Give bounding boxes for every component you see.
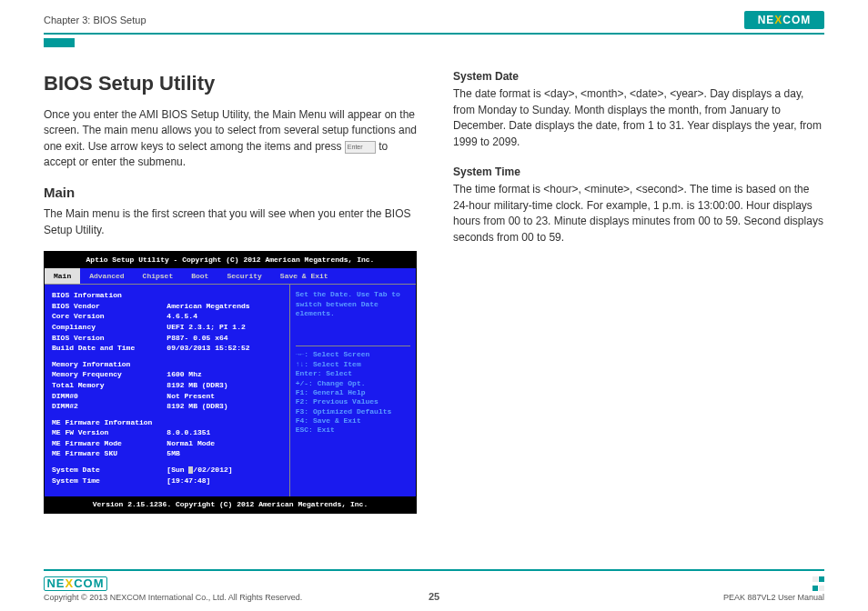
bios-system-time-value: [19:47:48] (167, 476, 281, 486)
logo-top: NEXCOM (744, 11, 824, 29)
copyright-text: Copyright © 2013 NEXCOM International Co… (44, 593, 302, 602)
bios-system-time-label: System Time (52, 476, 167, 486)
main-text: The Main menu is the first screen that y… (44, 206, 417, 238)
page-number: 25 (429, 591, 439, 602)
footer-dots-icon (812, 575, 824, 593)
bios-tab-save: Save & Exit (271, 268, 338, 285)
bios-tab-main: Main (45, 268, 80, 285)
bios-tab-advanced: Advanced (80, 268, 133, 285)
system-time-head: System Time (453, 165, 824, 180)
main-heading: Main (44, 183, 417, 203)
tab-mark (44, 38, 75, 47)
enter-key-icon: Enter (345, 141, 376, 154)
bios-system-date-value: [Sun /02/2012] (167, 465, 281, 476)
bios-tab-boot: Boot (182, 268, 217, 285)
bios-tab-security: Security (217, 268, 270, 285)
bios-title: Aptio Setup Utility - Copyright (C) 2012… (45, 252, 416, 268)
bios-tabs: Main Advanced Chipset Boot Security Save… (45, 268, 416, 285)
manual-name: PEAK 887VL2 User Manual (723, 593, 824, 602)
system-date-head: System Date (453, 69, 824, 85)
intro-paragraph: Once you enter the AMI BIOS Setup Utilit… (44, 107, 417, 171)
chapter-label: Chapter 3: BIOS Setup (44, 15, 146, 25)
page-title: BIOS Setup Utility (44, 69, 417, 98)
bios-screenshot: Aptio Setup Utility - Copyright (C) 2012… (44, 251, 417, 514)
logo-bottom: NEXCOM (44, 576, 107, 591)
bios-help-text: Set the Date. Use Tab to switch between … (296, 290, 410, 318)
system-date-text: The date format is <day>, <month>, <date… (453, 86, 824, 150)
bios-key-legend: →←: Select Screen ↑↓: Select Item Enter:… (296, 346, 410, 436)
system-time-text: The time format is <hour>, <minute>, <se… (453, 182, 824, 245)
bios-footer: Version 2.15.1236. Copyright (C) 2012 Am… (45, 496, 416, 513)
bios-system-date-label: System Date (52, 465, 167, 476)
bios-tab-chipset: Chipset (134, 268, 183, 285)
